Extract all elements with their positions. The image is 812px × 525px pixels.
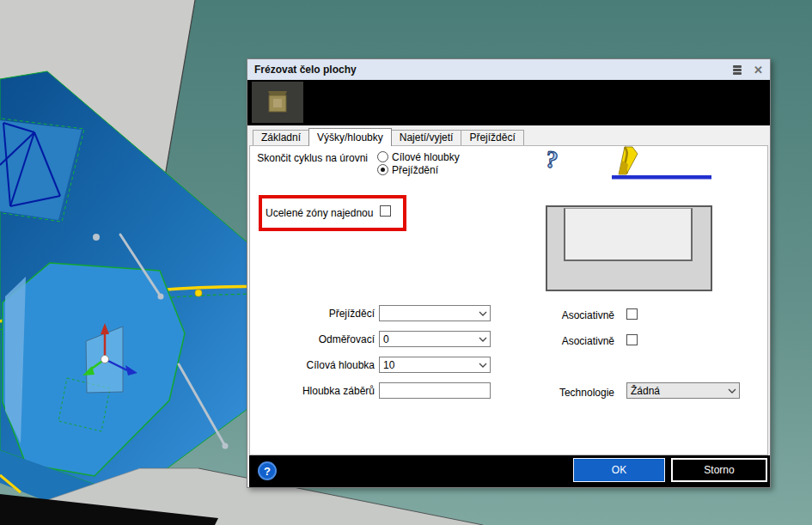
storno-button[interactable]: Storno (671, 458, 767, 482)
tab-prejizdeci[interactable]: Přejížděcí (461, 130, 523, 145)
tool-preview-strip (247, 80, 770, 125)
titlebar-icons: ✕ (733, 64, 763, 76)
checkbox-asociativne-2[interactable] (626, 334, 638, 345)
field-prejizdeci-label: Přejížděcí (247, 308, 375, 320)
input-hloubka-zaberu[interactable] (379, 382, 491, 399)
svg-text:?: ? (544, 145, 560, 174)
ok-button[interactable]: OK (573, 458, 665, 482)
assoc-label-1: Asociativně (540, 309, 614, 321)
combo-technologie-value: Žádná (627, 385, 724, 397)
chevron-down-icon (475, 337, 490, 342)
origin-point (101, 356, 109, 363)
chevron-down-icon (475, 311, 490, 316)
combo-cilova-hloubka-value: 10 (380, 359, 475, 371)
titlebar: Frézovat čelo plochy ✕ (247, 59, 770, 80)
dialog-window: Frézovat čelo plochy ✕ Základní Výšky/hl… (247, 58, 771, 488)
radio-cilove-hloubky-label[interactable]: Cílové hloubky (392, 151, 460, 163)
tab-page (249, 145, 768, 455)
depth-diagram (546, 205, 712, 291)
field-cilova-hloubka-label: Cílová hloubka (247, 359, 375, 371)
technology-label: Technologie (540, 387, 614, 399)
chevron-down-icon (724, 388, 739, 394)
question-mark-icon[interactable]: ? (538, 145, 567, 176)
combo-technologie[interactable]: Žádná (626, 382, 740, 399)
chevron-down-icon (475, 363, 490, 368)
field-odmerovaci-label: Odměřovací (247, 333, 375, 345)
end-mill-on-surface-icon (612, 144, 713, 180)
radio-cilove-hloubky[interactable] (377, 151, 388, 162)
assoc-label-2: Asociativně (540, 335, 614, 347)
tool-thumbnail[interactable] (252, 82, 303, 123)
question-mark-circle-icon[interactable]: ? (258, 461, 277, 480)
radio-prejizdeni-label[interactable]: Přejíždění (392, 164, 438, 176)
combo-odmerovaci-value: 0 (380, 333, 475, 345)
checkbox-ucelene-zony-label[interactable]: Ucelené zóny najednou (266, 207, 373, 219)
window-menu-icon[interactable] (733, 65, 742, 75)
depth-diagram-pocket (564, 208, 693, 261)
combo-prejizdeci[interactable] (379, 305, 491, 321)
close-icon[interactable]: ✕ (754, 64, 763, 76)
tab-vysky-hloubky[interactable]: Výšky/hloubky (308, 128, 392, 146)
tab-bar: Základní Výšky/hloubky Najetí/vyjetí Pře… (253, 128, 523, 145)
tool-box-icon (265, 89, 290, 116)
end-cycle-label: Skončit cyklus na úrovni (247, 152, 368, 164)
field-hloubka-zaberu-label: Hloubka záběrů (247, 385, 375, 397)
radio-prejizdeni[interactable] (377, 164, 388, 175)
tab-najeti-vyjeti[interactable]: Najetí/vyjetí (391, 130, 462, 145)
footer-bar: ? OK Storno (249, 455, 770, 487)
combo-odmerovaci[interactable]: 0 (379, 331, 491, 347)
window-title: Frézovat čelo plochy (254, 64, 357, 76)
mill-tool-icon (619, 147, 638, 174)
tab-zakladni[interactable]: Základní (253, 130, 309, 145)
checkbox-asociativne-1[interactable] (626, 308, 638, 320)
checkbox-ucelene-zony[interactable] (380, 205, 391, 217)
combo-cilova-hloubka[interactable]: 10 (379, 357, 491, 373)
